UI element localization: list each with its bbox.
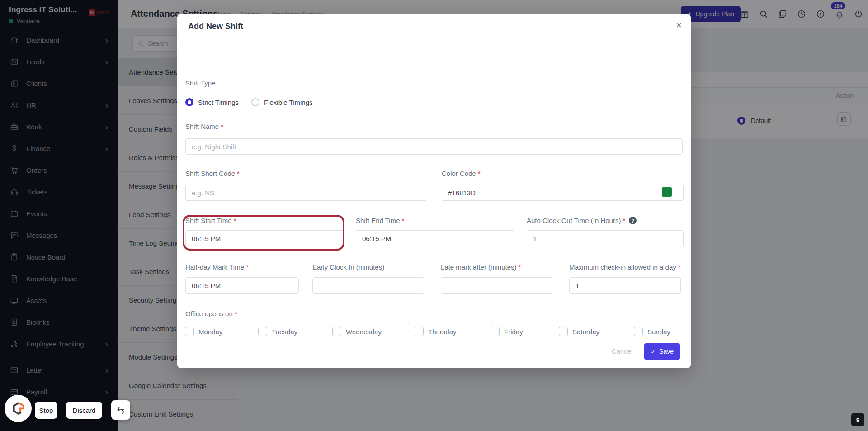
half-day-mark-label: Half-day Mark Time*: [185, 263, 249, 271]
cancel-button[interactable]: Cancel: [612, 347, 633, 355]
page-number-badge: 9: [851, 413, 864, 426]
close-icon[interactable]: ×: [676, 20, 682, 30]
shift-end-time-label: Shift End Time*: [356, 217, 404, 224]
shift-short-code-label: Shift Short Code*: [185, 170, 240, 177]
recorder-logo[interactable]: [5, 395, 32, 422]
check-icon: ✓: [651, 348, 656, 355]
strict-timings-radio[interactable]: Strict Timings: [185, 98, 239, 106]
half-day-mark-input[interactable]: [185, 277, 299, 294]
shift-start-time-input[interactable]: [185, 230, 344, 246]
radio-unselected-icon[interactable]: [251, 98, 259, 106]
max-checkin-input[interactable]: [569, 277, 681, 294]
shift-name-label: Shift Name*: [185, 123, 223, 130]
stop-button[interactable]: Stop: [35, 402, 57, 419]
late-mark-after-input[interactable]: [441, 277, 552, 294]
late-mark-after-label: Late mark after (minutes)*: [441, 263, 521, 271]
swap-arrows-icon[interactable]: ⇆: [111, 400, 130, 420]
max-checkin-label: Maximum check-in allowed in a day*: [569, 263, 681, 271]
shift-end-time-input[interactable]: [356, 230, 514, 246]
color-swatch[interactable]: [662, 187, 672, 197]
modal-body: Shift Type Strict Timings Flexible Timin…: [177, 39, 691, 334]
shift-name-input[interactable]: [185, 138, 683, 155]
shift-start-time-label: Shift Start Time*: [185, 217, 236, 224]
modal-header: Add New Shift ×: [177, 14, 691, 39]
add-new-shift-modal: Add New Shift × Shift Type Strict Timing…: [177, 14, 691, 368]
shift-type-label: Shift Type: [185, 79, 215, 87]
color-code-label: Color Code*: [442, 170, 481, 177]
discard-button[interactable]: Discard: [66, 402, 102, 419]
modal-title: Add New Shift: [188, 22, 243, 31]
shift-type-options: Strict Timings Flexible Timings: [185, 98, 313, 106]
help-icon[interactable]: ?: [629, 217, 637, 224]
early-clock-in-label: Early Clock In (minutes): [312, 263, 386, 271]
flexible-timings-radio[interactable]: Flexible Timings: [251, 98, 313, 106]
auto-clock-out-input[interactable]: [527, 230, 684, 246]
radio-selected-icon[interactable]: [185, 98, 193, 106]
modal-footer: Cancel ✓ Save: [177, 334, 691, 368]
shift-short-code-input[interactable]: [185, 185, 427, 201]
office-opens-on-label: Office opens on*: [185, 310, 237, 317]
save-button[interactable]: ✓ Save: [644, 343, 680, 360]
auto-clock-out-label: Auto Clock Out Time (In Hours)* ?: [527, 217, 637, 224]
early-clock-in-input[interactable]: [312, 277, 424, 294]
color-code-input[interactable]: [442, 185, 684, 201]
